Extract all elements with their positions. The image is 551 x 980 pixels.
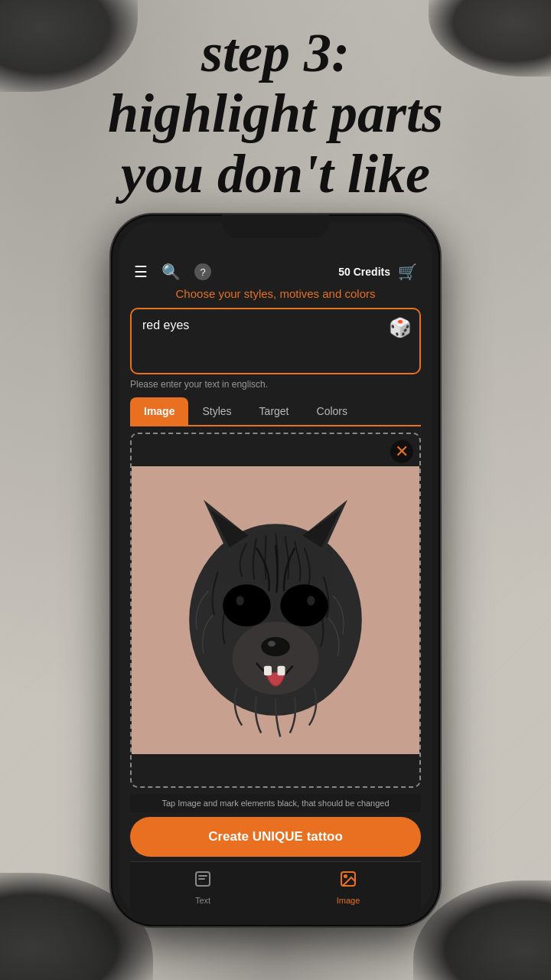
close-image-button[interactable]: ✕	[390, 440, 413, 463]
image-inner: ✕	[132, 434, 419, 786]
tab-styles[interactable]: Styles	[188, 397, 245, 425]
heading: step 3: highlight parts you don't like	[0, 23, 551, 205]
svg-point-8	[236, 596, 244, 606]
app-subtitle: Choose your styles, motives and colors	[130, 287, 421, 300]
tab-bar: Image Styles Target Colors	[130, 397, 421, 426]
phone-body: ☰ 🔍 ? 50 Credits 🛒 Choose your styles, m…	[111, 214, 440, 926]
tattoo-image	[132, 434, 419, 786]
nav-item-text[interactable]: Text	[130, 870, 276, 905]
header-left: ☰ 🔍 ?	[134, 263, 211, 281]
app-header: ☰ 🔍 ? 50 Credits 🛒	[119, 256, 432, 287]
search-icon[interactable]: 🔍	[161, 263, 181, 281]
create-tattoo-button[interactable]: Create UNIQUE tattoo	[130, 817, 421, 857]
image-nav-icon	[339, 870, 357, 893]
svg-point-12	[268, 641, 276, 647]
image-upload-area[interactable]: ✕	[130, 433, 421, 788]
app-content: Choose your styles, motives and colors r…	[119, 287, 432, 919]
text-nav-label: Text	[195, 896, 210, 905]
phone-screen: ☰ 🔍 ? 50 Credits 🛒 Choose your styles, m…	[119, 222, 432, 919]
phone-mockup: ☰ 🔍 ? 50 Credits 🛒 Choose your styles, m…	[111, 214, 440, 926]
text-nav-icon	[194, 870, 212, 893]
tab-image[interactable]: Image	[130, 397, 188, 425]
cart-icon[interactable]: 🛒	[398, 263, 417, 281]
text-input-container: red eyes 🎲	[130, 308, 421, 374]
image-caption: Tap Image and mark elements black, that …	[130, 794, 421, 812]
svg-point-11	[261, 637, 290, 656]
phone-notch	[222, 214, 329, 237]
dice-button[interactable]: 🎲	[389, 317, 412, 338]
header-right: 50 Credits 🛒	[338, 263, 417, 281]
tab-colors[interactable]: Colors	[303, 397, 361, 425]
menu-icon[interactable]: ☰	[134, 263, 148, 281]
heading-text: step 3: highlight parts you don't like	[31, 23, 520, 205]
bottom-navigation: Text Image	[130, 861, 421, 919]
svg-point-7	[280, 584, 328, 626]
help-icon[interactable]: ?	[194, 263, 211, 280]
svg-rect-13	[264, 666, 272, 676]
svg-rect-14	[278, 666, 285, 676]
svg-point-17	[344, 875, 347, 877]
svg-point-6	[223, 584, 271, 626]
nav-item-image[interactable]: Image	[276, 870, 421, 905]
credits-display: 50 Credits	[338, 266, 390, 278]
tab-target[interactable]: Target	[246, 397, 303, 425]
image-nav-label: Image	[337, 896, 360, 905]
input-hint: Please enter your text in englisch.	[130, 379, 421, 390]
svg-point-9	[307, 596, 315, 606]
prompt-input[interactable]: red eyes	[142, 318, 409, 361]
